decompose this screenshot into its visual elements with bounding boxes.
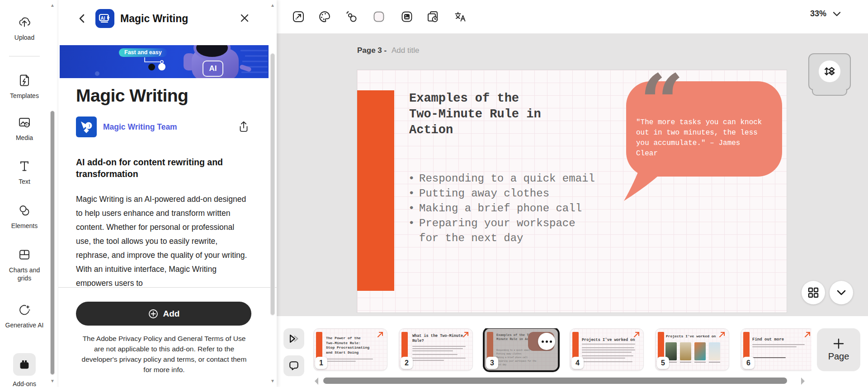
rail-divider bbox=[9, 56, 40, 56]
magic-writing-logo-icon: AI bbox=[95, 9, 114, 28]
close-icon[interactable] bbox=[238, 12, 251, 24]
collapse-filmstrip-button[interactable] bbox=[830, 281, 853, 304]
background-color-swatch[interactable] bbox=[369, 7, 389, 27]
thumb-photo-grid bbox=[665, 342, 720, 363]
present-icon bbox=[288, 332, 300, 345]
sidebar-item-label: Charts and grids bbox=[4, 266, 45, 282]
thumb-title: Find out more bbox=[752, 337, 811, 342]
grid-view-icon bbox=[807, 287, 819, 298]
sidebar-item-elements[interactable]: Elements bbox=[0, 203, 49, 230]
chevron-down-icon bbox=[836, 289, 846, 296]
thumb-text-lines bbox=[582, 344, 636, 364]
thumb-photo bbox=[694, 342, 706, 363]
sidebar-item-text[interactable]: Text bbox=[0, 159, 49, 186]
open-page-arrow-icon[interactable] bbox=[718, 331, 726, 338]
sidebar-item-charts-and-grids[interactable]: Charts and grids bbox=[0, 247, 49, 282]
sidebar-item-upload[interactable]: Upload bbox=[0, 15, 49, 42]
page-thumbnail-2[interactable]: What is the Two-Minute Rule? 2 bbox=[399, 328, 473, 371]
rail-scrollbar-thumb[interactable] bbox=[50, 111, 55, 375]
scroll-up-arrow[interactable]: ▲ bbox=[269, 3, 276, 8]
open-page-arrow-icon[interactable] bbox=[633, 331, 640, 338]
panel-scrollbar[interactable]: ▲ ▼ bbox=[269, 0, 276, 387]
page-number-label: Page 3 - bbox=[357, 46, 387, 55]
page-header: Page 3 - Add title bbox=[357, 46, 419, 55]
sidebar-item-generative-ai[interactable]: Generative AI bbox=[0, 303, 49, 329]
reorder-pages-button[interactable] bbox=[808, 53, 851, 97]
panel-title: Magic Writing bbox=[120, 13, 188, 25]
resize-icon[interactable] bbox=[288, 7, 308, 27]
thumb-title: Projects I've worked on bbox=[582, 338, 641, 342]
team-logo-icon bbox=[76, 117, 97, 137]
palette-icon[interactable] bbox=[315, 7, 335, 27]
robot-ai-chip: AI bbox=[203, 61, 223, 77]
page-thumbnail-6[interactable]: Find out more 6 bbox=[741, 328, 811, 371]
sidebar-item-add-ons[interactable]: Add-ons bbox=[0, 353, 49, 387]
present-button[interactable] bbox=[283, 328, 304, 349]
filmstrip-scroll-left-arrow[interactable] bbox=[315, 378, 318, 385]
elements-icon bbox=[17, 203, 32, 218]
slide-bullet[interactable]: Preparing your workspace for the next da… bbox=[419, 216, 598, 246]
text-icon bbox=[17, 159, 32, 173]
add-page-button[interactable]: Page bbox=[817, 328, 860, 371]
page-thumbnail-5[interactable]: Projects I've worked on 5 bbox=[655, 328, 729, 371]
sidebar-item-label: Generative AI bbox=[4, 321, 45, 329]
reorder-icon bbox=[819, 61, 840, 82]
banner-dot-faint bbox=[95, 71, 99, 76]
page-number-badge: 1 bbox=[315, 357, 327, 369]
page-thumbnail-4[interactable]: Projects I've worked on 4 bbox=[570, 328, 644, 371]
media-frame-icon[interactable] bbox=[397, 7, 417, 27]
quote-speech-bubble[interactable]: “ "The more tasks you can knock out in t… bbox=[626, 81, 782, 177]
page-number-badge: 6 bbox=[742, 357, 755, 369]
filmstrip-scrollbar-thumb[interactable] bbox=[323, 378, 787, 384]
filmstrip-scroll-right-arrow[interactable] bbox=[801, 378, 805, 385]
addon-banner: Fast and easy AI bbox=[60, 45, 269, 78]
slide-accent-bar[interactable] bbox=[357, 90, 394, 291]
chevron-down-icon bbox=[833, 11, 841, 17]
add-ons-icon bbox=[18, 358, 31, 371]
generative-ai-icon bbox=[17, 303, 32, 317]
addon-heading: Magic Writing bbox=[76, 86, 188, 106]
panel-scrollbar-thumb[interactable] bbox=[270, 53, 275, 315]
slide-bullet[interactable]: Making a brief phone call bbox=[419, 201, 600, 216]
translate-icon[interactable] bbox=[450, 7, 470, 27]
grid-view-button[interactable] bbox=[802, 281, 825, 304]
scroll-down-arrow[interactable]: ▼ bbox=[49, 378, 56, 383]
scroll-up-arrow[interactable]: ▲ bbox=[49, 3, 56, 8]
add-page-label: Page bbox=[828, 351, 849, 362]
animation-icon[interactable] bbox=[341, 7, 361, 27]
zoom-control[interactable]: 33% bbox=[810, 9, 841, 19]
slide-page-3[interactable]: Examples of the Two-Minute Rule in Actio… bbox=[357, 70, 787, 312]
thumb-photo bbox=[680, 342, 691, 363]
duplicate-page-icon[interactable] bbox=[423, 7, 443, 27]
open-page-arrow-icon[interactable] bbox=[462, 331, 469, 338]
share-icon[interactable] bbox=[237, 120, 250, 134]
publisher-link[interactable]: Magic Writing Team bbox=[103, 122, 177, 132]
page-options-menu-button[interactable] bbox=[538, 333, 555, 350]
page-title-placeholder[interactable]: Add title bbox=[392, 46, 419, 55]
back-button[interactable] bbox=[76, 13, 88, 24]
sidebar-item-label: Add-ons bbox=[4, 380, 45, 387]
slide-bullet-list[interactable]: Responding to a quick email Putting away… bbox=[419, 171, 600, 246]
slide-bullet[interactable]: Responding to a quick email bbox=[419, 171, 600, 186]
comments-button[interactable] bbox=[283, 355, 304, 376]
sidebar-item-media[interactable]: Media bbox=[0, 115, 49, 142]
open-page-arrow-icon[interactable] bbox=[804, 331, 811, 338]
banner-badge: Fast and easy bbox=[119, 48, 167, 57]
add-button[interactable]: Add bbox=[76, 302, 251, 326]
sidebar-item-templates[interactable]: Templates bbox=[0, 73, 49, 100]
add-button-label: Add bbox=[163, 309, 180, 319]
panel-header: AI Magic Writing bbox=[58, 0, 277, 36]
thumb-title: The Power of the Two-Minute Rule: Stop P… bbox=[326, 336, 371, 355]
addon-description: Magic Writing is an AI-powered add-on de… bbox=[76, 192, 249, 286]
quote-text[interactable]: "The more tasks you can knock out in two… bbox=[636, 117, 766, 159]
banner-robot-illustration: AI bbox=[181, 45, 253, 78]
slide-bullet[interactable]: Putting away clothes bbox=[419, 186, 600, 201]
page-thumbnail-1[interactable]: The Power of the Two-Minute Rule: Stop P… bbox=[313, 328, 387, 371]
page-number-badge: 2 bbox=[401, 357, 413, 369]
rail-scrollbar[interactable]: ▲ ▼ bbox=[49, 0, 56, 387]
page-thumbnail-3-selected[interactable]: Examples of the Two-Minute Rule in Actio… bbox=[484, 328, 558, 371]
open-page-arrow-icon[interactable] bbox=[377, 331, 384, 338]
slide-title[interactable]: Examples of the Two-Minute Rule in Actio… bbox=[409, 91, 554, 138]
scroll-down-arrow[interactable]: ▼ bbox=[269, 378, 276, 383]
templates-icon bbox=[17, 73, 32, 88]
